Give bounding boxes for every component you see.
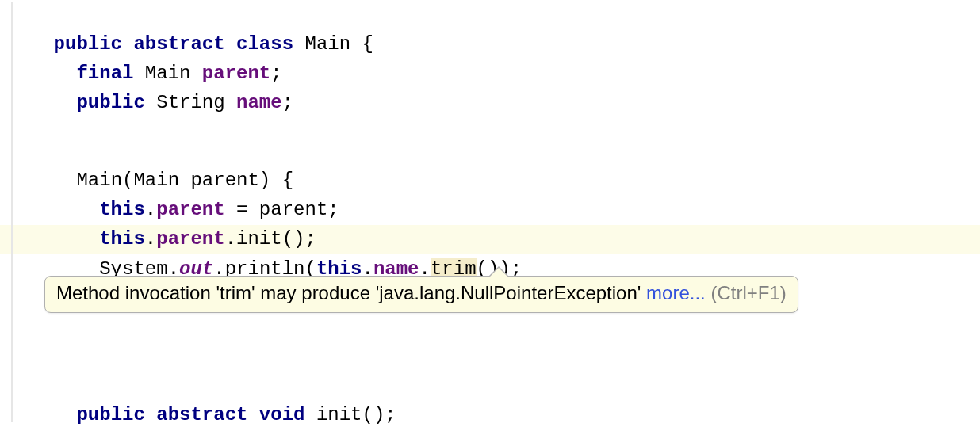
keyword-public: public	[76, 92, 144, 113]
tooltip-shortcut: (Ctrl+F1)	[706, 282, 787, 303]
field-name: name	[236, 92, 282, 113]
semicolon: ;	[282, 92, 293, 113]
code-editor[interactable]: public abstract class Main { final Main …	[0, 0, 980, 431]
inspection-tooltip[interactable]: Method invocation 'trim' may produce 'ja…	[44, 276, 798, 313]
tooltip-message: Method invocation 'trim' may produce 'ja…	[56, 282, 646, 303]
code-line[interactable]: public String name;	[0, 59, 980, 147]
code-line[interactable]: }	[0, 400, 980, 431]
tooltip-more-link[interactable]: more...	[646, 282, 706, 303]
type-string: String	[145, 92, 236, 113]
